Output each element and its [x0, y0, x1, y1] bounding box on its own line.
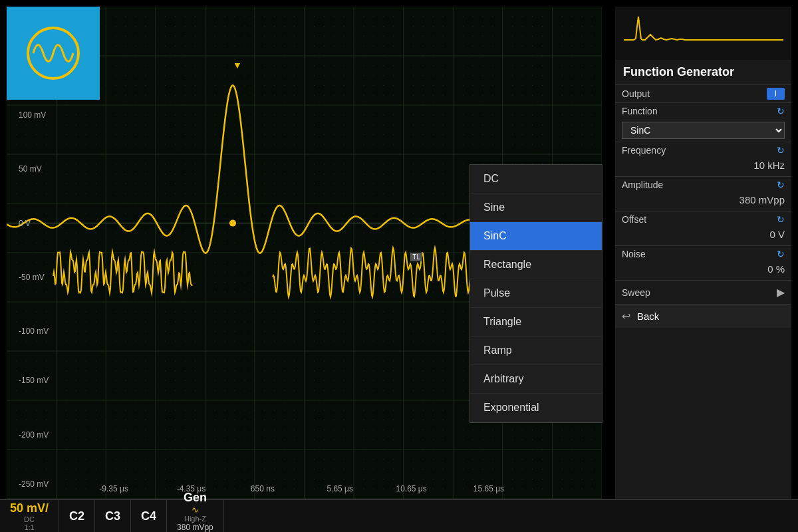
x-label-565: 5.65 μs	[327, 484, 353, 493]
menu-item-ramp[interactable]: Ramp	[470, 336, 602, 365]
amplitude-refresh-icon[interactable]: ↻	[777, 180, 785, 190]
noise-label: Noise	[622, 249, 646, 259]
x-label-650ns: 650 ns	[251, 484, 275, 493]
noise-refresh-icon[interactable]: ↻	[777, 249, 785, 259]
gen-impedance: High-Z	[184, 515, 206, 523]
offset-refresh-icon[interactable]: ↻	[777, 214, 785, 225]
output-label: Output	[622, 88, 650, 99]
preview-waveform-svg	[624, 13, 783, 53]
back-label: Back	[637, 311, 659, 322]
back-icon: ↩	[622, 310, 630, 323]
gen-amplitude: 380 mVpp	[177, 523, 213, 532]
amplitude-value: 380 mVpp	[615, 193, 791, 211]
frequency-refresh-icon[interactable]: ↻	[777, 145, 785, 156]
function-label: Function	[622, 106, 658, 116]
y-label-neg250mv: -250 mV	[19, 479, 49, 489]
ch1-ratio: 1:1	[24, 523, 34, 531]
x-label-1565: 15.65 μs	[473, 484, 504, 493]
offset-row: Offset ↻	[615, 211, 791, 227]
frequency-label: Frequency	[622, 145, 666, 156]
menu-item-sinc[interactable]: SinC	[470, 222, 602, 251]
y-label-neg50mv: -50 mV	[19, 273, 45, 282]
x-label-1065: 10.65 μs	[396, 484, 426, 493]
ch4-label: C4	[141, 509, 156, 523]
gen-waveform-icon: ∿	[192, 505, 199, 515]
channel3-status[interactable]: C3	[95, 500, 131, 532]
sweep-label: Sweep	[622, 287, 650, 298]
noise-row: Noise ↻	[615, 245, 791, 262]
right-panel: Function Generator Output I Function ↻ S…	[615, 7, 791, 499]
menu-item-exponential[interactable]: Exponential	[470, 394, 602, 422]
x-label-neg935: -9.35 μs	[99, 484, 128, 493]
output-toggle[interactable]: I	[767, 88, 785, 100]
function-select-row[interactable]: SinC DC Sine Rectangle Pulse Triangle Ra…	[615, 119, 791, 142]
noise-value: 0 %	[615, 262, 791, 280]
y-label-neg150mv: -150 mV	[19, 376, 49, 385]
panel-title: Function Generator	[615, 60, 791, 84]
y-label-0v: 0 V	[19, 219, 31, 228]
back-button[interactable]: ↩ Back	[615, 304, 791, 328]
gen-status[interactable]: Gen ∿ High-Z 380 mVpp 10 kHz	[167, 500, 224, 532]
function-refresh-icon[interactable]: ↻	[777, 106, 785, 116]
trigger-arrow: ▼	[233, 60, 242, 70]
function-select[interactable]: SinC DC Sine Rectangle Pulse Triangle Ra…	[622, 122, 785, 139]
sweep-arrow-icon: ▶	[777, 286, 785, 299]
amplitude-label: Amplitude	[622, 180, 663, 190]
output-row: Output I	[615, 84, 791, 102]
menu-item-dc[interactable]: DC	[470, 165, 602, 194]
menu-item-arbitrary[interactable]: Arbitrary	[470, 365, 602, 394]
offset-label: Offset	[622, 214, 646, 225]
sweep-row[interactable]: Sweep ▶	[615, 280, 791, 304]
menu-item-sine[interactable]: Sine	[470, 194, 602, 222]
y-label-neg200mv: -200 mV	[19, 430, 49, 440]
menu-item-pulse[interactable]: Pulse	[470, 279, 602, 308]
y-label-100mv: 100 mV	[19, 110, 46, 120]
ch3-label: C3	[105, 509, 120, 523]
menu-item-rectangle[interactable]: Rectangle	[470, 251, 602, 279]
channel2-status[interactable]: C2	[59, 500, 95, 532]
function-dropdown-menu[interactable]: DC Sine SinC Rectangle Pulse Triangle Ra…	[469, 164, 602, 423]
y-label-neg100mv: -100 mV	[19, 327, 49, 336]
frequency-value: 10 kHz	[615, 158, 791, 176]
ch2-label: C2	[69, 509, 84, 523]
frequency-row: Frequency ↻	[615, 142, 791, 158]
app-icon	[7, 7, 100, 100]
offset-value: 0 V	[615, 227, 791, 245]
tl-label: TL	[410, 253, 422, 261]
ch1-coupling: DC	[24, 515, 35, 523]
waveform-preview	[615, 7, 791, 60]
ch1-scale: 50 mV/	[10, 501, 49, 515]
channel4-status[interactable]: C4	[131, 500, 167, 532]
function-row: Function ↻	[615, 102, 791, 119]
amplitude-row: Amplitude ↻	[615, 176, 791, 193]
y-label-50mv: 50 mV	[19, 164, 42, 174]
channel1-status[interactable]: 50 mV/ DC 1:1	[0, 500, 59, 532]
gen-label: Gen	[184, 491, 207, 505]
menu-item-triangle[interactable]: Triangle	[470, 308, 602, 336]
status-bar: 50 mV/ DC 1:1 C2 C3 C4 Gen ∿ High-Z 380 …	[0, 499, 798, 532]
